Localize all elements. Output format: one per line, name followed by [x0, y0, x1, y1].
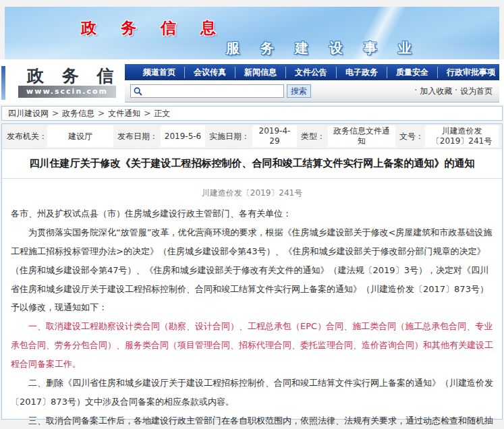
breadcrumb-separator: > — [52, 109, 59, 118]
page: 政 务 信 息 服 务 建 设 事 业 政 务 信 息 www.sccin.co… — [0, 0, 504, 429]
article-doc-number: 川建造价发〔2019〕241号 — [2, 179, 502, 202]
meta-label-type: 类型： — [298, 131, 327, 142]
breadcrumb-separator: > — [144, 109, 150, 118]
breadcrumb-category[interactable]: 文件通知 — [108, 108, 140, 119]
quick-links: · 加入收藏 · 设为首页 — [414, 86, 493, 97]
banner-slogan-secondary: 服 务 建 设 事 业 — [226, 39, 420, 57]
site-url: www.sccin.com — [18, 86, 116, 98]
bullet-icon: · — [455, 86, 457, 97]
meta-label-issuing-agency: 发布机关： — [4, 131, 46, 142]
banner-slogan-primary: 政 务 信 息 — [81, 18, 225, 38]
paragraph-item-3: 三、取消合同备案工作后，各地建设行政主管部门在各自职权范围内，依照法律、法规有关… — [11, 411, 493, 429]
search-button[interactable]: 搜索 — [287, 84, 311, 98]
search-icon — [134, 87, 142, 96]
paragraph-item-1: 一、取消建设工程勘察设计类合同（勘察、设计合同）、工程总承包（EPC）合同、施工… — [11, 317, 493, 374]
meta-value-publish-date: 2019-5-6 — [161, 125, 205, 147]
main-nav: 频道首页 会议传真 新闻信息 文件公告 电子政务 质量安全 行政审批事项 — [125, 64, 499, 80]
search-box[interactable] — [130, 84, 284, 98]
breadcrumb-separator: > — [98, 109, 105, 118]
breadcrumb-site[interactable]: 四川建设网 — [8, 108, 49, 119]
nav-item-e-government[interactable]: 电子政务 — [336, 67, 387, 78]
meta-value-effective-date: 2019-4-29 — [252, 125, 297, 147]
meta-value-issuing-agency: 建设厅 — [47, 125, 113, 147]
article-body: 各市、州及扩权试点县（市）住房城乡建设行政主管部门、各有关单位： 为贯彻落实国务… — [2, 202, 502, 429]
article-meta-row: 发布机关： 建设厅 发布日期： 2019-5-6 实施日期： 2019-4-29… — [2, 124, 502, 149]
meta-label-doc-number: 文号： — [397, 131, 424, 142]
nav-item-admin-approval[interactable]: 行政审批事项 — [437, 67, 504, 78]
search-input[interactable] — [144, 86, 283, 96]
site-banner: 政 务 信 息 服 务 建 设 事 业 — [5, 7, 499, 59]
article-container: 发布机关： 建设厅 发布日期： 2019-5-6 实施日期： 2019-4-29… — [1, 123, 503, 420]
logo-accent-bar — [1, 66, 5, 100]
meta-value-type: 政务信息文件通知 — [328, 125, 395, 147]
meta-label-publish-date: 发布日期： — [115, 131, 159, 142]
meta-value-doc-number: 川建造价发〔2019〕241号 — [425, 125, 499, 147]
bullet-icon: · — [414, 86, 417, 97]
site-header: 政 务 信 息 www.sccin.com 频道首页 会议传真 新闻信息 文件公… — [0, 59, 504, 105]
set-homepage-link[interactable]: 设为首页 — [460, 86, 493, 97]
meta-label-effective-date: 实施日期： — [206, 131, 251, 142]
article-title: 四川住建厅关于修改《关于建设工程招标控制价、合同和竣工结算文件实行网上备案的通知… — [2, 149, 502, 179]
paragraph-preamble: 为贯彻落实国务院深化“放管服”改革，优化营商环境的要求，根据《住房城乡建设部关于… — [11, 223, 493, 318]
nav-item-meeting-fax[interactable]: 会议传真 — [184, 67, 235, 78]
paragraph-item-2: 二、删除《四川省住房和城乡建设厅关于建设工程招标控制价、合同和竣工结算文件实行网… — [11, 374, 493, 411]
add-favorite-link[interactable]: 加入收藏 — [420, 86, 452, 97]
breadcrumb-section[interactable]: 政务信息 — [62, 108, 94, 119]
search-strip: 搜索 · 加入收藏 · 设为首页 — [125, 80, 499, 103]
nav-item-quality-safety[interactable]: 质量安全 — [387, 67, 437, 78]
nav-item-news[interactable]: 新闻信息 — [235, 67, 285, 78]
paragraph-salutation: 各市、州及扩权试点县（市）住房城乡建设行政主管部门、各有关单位： — [11, 204, 493, 223]
nav-item-channel-home[interactable]: 频道首页 — [134, 67, 184, 78]
breadcrumb-current: 正文 — [154, 108, 170, 119]
breadcrumb: 四川建设网 > 政务信息 > 文件通知 > 正文 — [1, 106, 503, 121]
nav-item-document-notice[interactable]: 文件公告 — [285, 67, 336, 78]
